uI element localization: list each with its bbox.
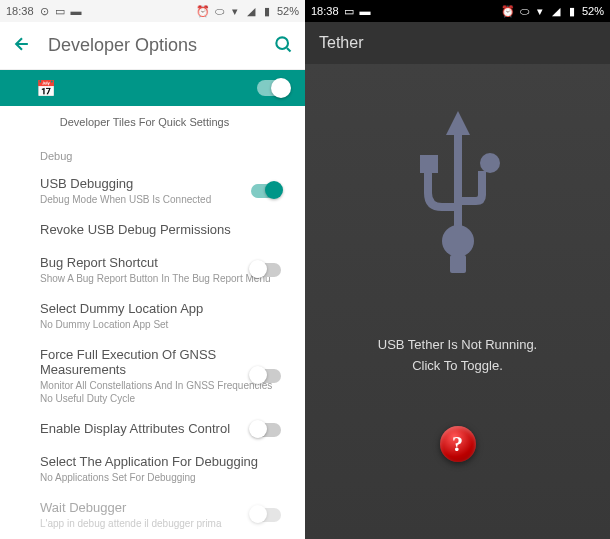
page-title: Tether [319, 34, 363, 52]
setting-display-attributes[interactable]: Enable Display Attributes Control [40, 413, 289, 446]
left-phone: 18:38 ⊙ ▭ ▬ ⏰ ⬭ ▾ ◢ ▮ 52% Developer Opti… [0, 0, 305, 539]
battery-percent: 52% [277, 5, 299, 17]
toggle-switch[interactable] [251, 423, 281, 437]
usb-icon [388, 101, 528, 285]
toggle-switch[interactable] [251, 508, 281, 522]
status-bar: 18:38 ▭ ▬ ⏰ ⬭ ▾ ◢ ▮ 52% [305, 0, 610, 22]
app-header: Developer Options [0, 22, 305, 70]
notification-icon: ▭ [343, 5, 356, 18]
right-phone: 18:38 ▭ ▬ ⏰ ⬭ ▾ ◢ ▮ 52% Tether [305, 0, 610, 539]
setting-revoke-usb[interactable]: Revoke USB Debug Permissions [40, 214, 289, 247]
setting-title: Bug Report Shortcut [40, 255, 281, 270]
status-bar: 18:38 ⊙ ▭ ▬ ⏰ ⬭ ▾ ◢ ▮ 52% [0, 0, 305, 22]
notification-icon: ▬ [359, 5, 372, 18]
tether-status-text: USB Tether Is Not Running. Click To Togg… [378, 335, 537, 377]
battery-icon: ▮ [261, 5, 274, 18]
wifi-icon: ▾ [229, 5, 242, 18]
setting-subtitle: No Applications Set For Debugging [40, 471, 281, 484]
setting-subtitle: L'app in debug attende il debugger prima [40, 517, 281, 530]
master-switch[interactable] [257, 80, 289, 96]
setting-subtitle: Monitor All Constellations And In GNSS F… [40, 379, 281, 405]
quick-tiles-link[interactable]: Developer Tiles For Quick Settings [0, 106, 289, 138]
battery-percent: 52% [582, 5, 604, 17]
setting-wait-debugger[interactable]: Wait Debugger L'app in debug attende il … [40, 492, 289, 538]
notification-icon: ▭ [54, 5, 67, 18]
setting-title: Force Full Execution Of GNSS Measurement… [40, 347, 281, 377]
page-title: Developer Options [48, 35, 273, 56]
setting-title: Select Dummy Location App [40, 301, 281, 316]
setting-title: Revoke USB Debug Permissions [40, 222, 281, 237]
setting-dummy-location[interactable]: Select Dummy Location App No Dummy Locat… [40, 293, 289, 339]
notification-icon: ▬ [70, 5, 83, 18]
setting-usb-debugging[interactable]: USB Debugging Debug Mode When USB Is Con… [40, 168, 289, 214]
toggle-switch[interactable] [251, 263, 281, 277]
alarm-icon: ⏰ [502, 5, 515, 18]
help-icon[interactable]: ? [440, 426, 476, 462]
toggle-switch[interactable] [251, 184, 281, 198]
back-arrow-icon[interactable] [12, 34, 32, 58]
link-icon: ⬭ [213, 5, 226, 18]
signal-icon: ◢ [245, 5, 258, 18]
alarm-icon: ⏰ [197, 5, 210, 18]
tether-status-line2: Click To Toggle. [378, 356, 537, 377]
svg-point-0 [276, 37, 288, 49]
svg-rect-3 [450, 255, 466, 273]
setting-title: USB Debugging [40, 176, 281, 191]
tether-status-line1: USB Tether Is Not Running. [378, 335, 537, 356]
section-label: Debug [40, 138, 289, 168]
settings-list: Developer Tiles For Quick Settings Debug… [0, 106, 305, 539]
setting-subtitle: Show A Bug Report Button In The Bug Repo… [40, 272, 281, 285]
search-icon[interactable] [273, 34, 293, 58]
svg-point-1 [480, 153, 500, 173]
tether-main[interactable]: USB Tether Is Not Running. Click To Togg… [305, 64, 610, 539]
banner-icon: 📅 [36, 79, 56, 98]
battery-icon: ▮ [566, 5, 579, 18]
setting-bug-report[interactable]: Bug Report Shortcut Show A Bug Report Bu… [40, 247, 289, 293]
setting-title: Select The Application For Debugging [40, 454, 281, 469]
setting-gnss[interactable]: Force Full Execution Of GNSS Measurement… [40, 339, 289, 413]
setting-title: Wait Debugger [40, 500, 281, 515]
setting-debug-app[interactable]: Select The Application For Debugging No … [40, 446, 289, 492]
setting-subtitle: No Dummy Location App Set [40, 318, 281, 331]
status-time: 18:38 [311, 5, 339, 17]
notification-icon: ⊙ [38, 5, 51, 18]
svg-point-2 [442, 225, 474, 257]
link-icon: ⬭ [518, 5, 531, 18]
status-time: 18:38 [6, 5, 34, 17]
setting-subtitle: Debug Mode When USB Is Connected [40, 193, 281, 206]
setting-title: Enable Display Attributes Control [40, 421, 281, 436]
master-toggle-banner[interactable]: 📅 [0, 70, 305, 106]
help-label: ? [452, 431, 463, 457]
signal-icon: ◢ [550, 5, 563, 18]
app-header: Tether [305, 22, 610, 64]
toggle-switch[interactable] [251, 369, 281, 383]
wifi-icon: ▾ [534, 5, 547, 18]
